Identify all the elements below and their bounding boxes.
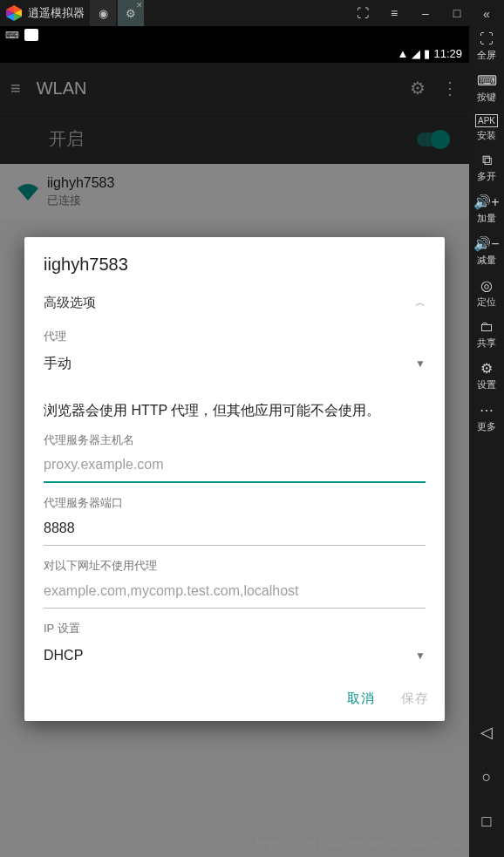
nav-recent-button[interactable]: □ (482, 813, 492, 831)
location-icon: ◎ (480, 277, 493, 294)
fullscreen-icon: ⛶ (480, 31, 494, 47)
proxy-label: 代理 (44, 329, 426, 344)
proxy-value: 手动 (44, 355, 72, 373)
tab-aqua-icon: ◉ (99, 7, 108, 20)
proxy-hint: 浏览器会使用 HTTP 代理，但其他应用可能不会使用。 (44, 402, 426, 420)
watermark: https://blog.csdn.net/weixin_44836662 (256, 836, 464, 850)
ip-settings-value: DHCP (44, 648, 83, 663)
proxy-select[interactable]: 手动 ▼ (44, 344, 426, 383)
tool-settings[interactable]: ⚙设置 (469, 355, 504, 397)
chevron-down-icon: ▼ (415, 650, 426, 662)
clock: 11:29 (433, 47, 462, 60)
apk-icon: APK (475, 114, 498, 127)
window-restore-button[interactable]: □ (441, 0, 473, 26)
dialog-actions: 取消 保存 (24, 675, 445, 716)
more-icon: ⋯ (480, 402, 494, 418)
volume-down-icon: 🔊− (473, 235, 499, 252)
android-nav-keys: ◁ ○ □ (469, 723, 504, 831)
nav-back-button[interactable]: ◁ (480, 723, 493, 742)
hostname-label: 代理服务器主机名 (44, 432, 426, 448)
tool-install-apk[interactable]: APK安装 (469, 109, 504, 147)
emulator-tab-active[interactable]: ⚙ ✕ (118, 0, 144, 26)
tool-location[interactable]: ◎定位 (469, 272, 504, 314)
nav-home-button[interactable]: ○ (482, 768, 492, 786)
cancel-button[interactable]: 取消 (347, 690, 375, 707)
hostname-input[interactable] (44, 448, 426, 483)
chevron-down-icon: ▼ (415, 357, 426, 370)
tool-volume-down[interactable]: 🔊−减量 (469, 230, 504, 272)
wifi-status-icon: ▲ (398, 47, 409, 60)
window-fullscreen-button[interactable]: ⛶ (347, 0, 378, 26)
folder-icon: 🗀 (480, 319, 494, 335)
advanced-options-row[interactable]: 高级选项 ︿ (44, 287, 426, 318)
tool-volume-up[interactable]: 🔊+加量 (469, 188, 504, 230)
gear-icon: ⚙ (126, 7, 136, 20)
tool-keymap[interactable]: ⌨按键 (469, 67, 504, 109)
window-minimize-button[interactable]: – (410, 0, 441, 26)
tool-label: 按键 (477, 91, 496, 104)
keyboard-small-icon: ⌨ (5, 30, 19, 41)
emulator-tab[interactable]: ◉ (90, 0, 116, 26)
tool-multi-instance[interactable]: ⧉多开 (469, 147, 504, 188)
lang-indicator-icon (24, 29, 38, 41)
emulator-logo-icon (5, 4, 23, 22)
emulator-title: 逍遥模拟器 (28, 5, 85, 21)
tool-share[interactable]: 🗀共享 (469, 314, 504, 355)
tool-label: 共享 (477, 337, 496, 350)
signal-status-icon: ◢ (412, 47, 420, 60)
bypass-label: 对以下网址不使用代理 (44, 558, 426, 574)
tool-label: 定位 (477, 296, 496, 309)
ip-settings-select[interactable]: DHCP ▼ (44, 636, 426, 675)
tool-label: 设置 (477, 378, 496, 391)
wifi-config-dialog: iighyh7583 高级选项 ︿ 代理 手动 ▼ 浏览器会使用 HTTP 代理… (24, 237, 445, 721)
port-input[interactable] (44, 511, 426, 546)
tool-label: 更多 (477, 420, 496, 433)
advanced-options-label: 高级选项 (44, 295, 96, 311)
battery-status-icon: ▮ (424, 47, 430, 60)
android-status-bar: ▲ ◢ ▮ 11:29 (0, 44, 469, 63)
ime-strip: ⌨ (0, 26, 469, 44)
port-label: 代理服务器端口 (44, 495, 426, 511)
tool-label: 安装 (477, 129, 496, 142)
multi-icon: ⧉ (482, 153, 492, 168)
tool-more[interactable]: ⋯更多 (469, 397, 504, 439)
save-button[interactable]: 保存 (401, 690, 429, 707)
tab-close-icon[interactable]: ✕ (136, 1, 143, 10)
wlan-screen: ≡ WLAN ⚙ ⋮ 开启 iighyh7583 已连接 iighyh7583 (0, 63, 469, 857)
chevron-up-icon: ︿ (415, 296, 426, 310)
keyboard-icon: ⌨ (477, 72, 497, 89)
window-menu-button[interactable]: ≡ (378, 0, 410, 26)
ip-settings-label: IP 设置 (44, 621, 426, 636)
emulator-titlebar: 逍遥模拟器 ◉ ⚙ ✕ ⛶ ≡ – □ ✕ (0, 0, 504, 26)
tool-label: 减量 (477, 254, 496, 267)
gear-icon: ⚙ (480, 360, 493, 377)
volume-up-icon: 🔊+ (473, 194, 499, 210)
tool-label: 全屏 (477, 49, 496, 62)
dialog-title: iighyh7583 (24, 237, 445, 287)
toolbar-collapse-icon[interactable]: « (483, 7, 490, 21)
tool-fullscreen[interactable]: ⛶全屏 (469, 26, 504, 67)
emulator-tabs: ◉ ⚙ ✕ (90, 0, 144, 26)
tool-label: 加量 (477, 212, 496, 225)
phone-screen: ⌨ ▲ ◢ ▮ 11:29 ≡ WLAN ⚙ ⋮ 开启 iighyh7583 已… (0, 26, 469, 857)
bypass-input[interactable] (44, 574, 426, 609)
tool-label: 多开 (477, 170, 496, 183)
